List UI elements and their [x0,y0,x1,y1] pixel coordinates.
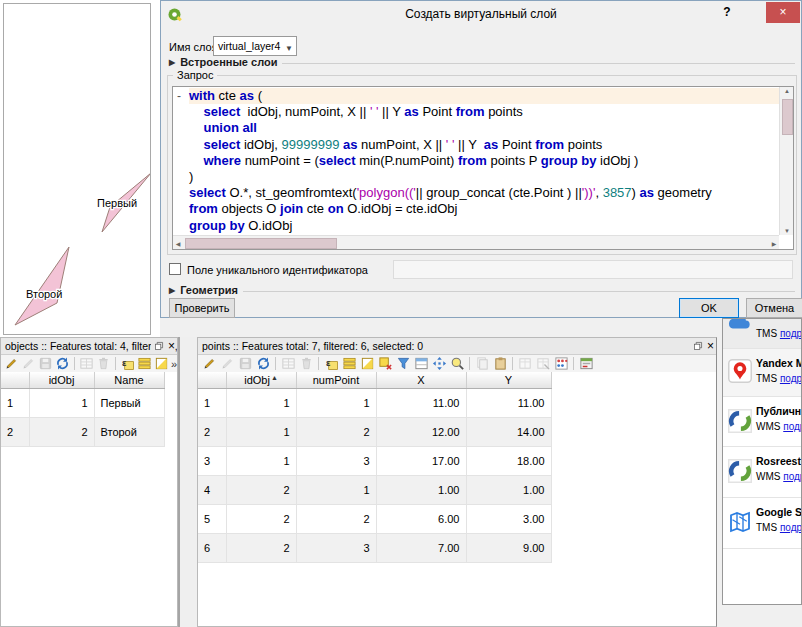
table-cell[interactable]: 14.00 [466,418,551,447]
details-link[interactable]: подробн [780,328,801,339]
table-cell[interactable]: 3 [296,447,376,476]
table-cell[interactable]: 3.00 [466,505,551,534]
table-cell[interactable]: 1.00 [376,476,466,505]
layer-name-combobox[interactable]: virtual_layer4 ▼ [213,36,297,56]
embedded-layers-section[interactable]: ▶ Встроенные слои [169,56,795,68]
multiedit-icon[interactable] [219,356,235,372]
close-icon[interactable]: × [168,339,175,353]
table-row[interactable]: 11111.0011.00 [198,389,551,418]
invert-selection-icon[interactable] [359,356,375,372]
select-all-icon[interactable] [137,356,152,372]
conditional-formatting-icon[interactable] [553,356,569,372]
fold-marker-icon[interactable]: - [177,88,181,104]
table-cell[interactable]: 11.00 [376,389,466,418]
table-cell[interactable]: 18.00 [466,447,551,476]
list-item[interactable]: TMS подробн [723,319,801,349]
table-cell[interactable]: 1 [226,418,296,447]
sql-line[interactable]: select idObj, 99999999 as numPoint, X ||… [189,137,779,153]
column-header-rownum[interactable] [1,372,29,389]
table-cell[interactable]: 17.00 [376,447,466,476]
reload-icon[interactable] [55,356,70,372]
map-canvas[interactable]: Первый Второй [3,3,151,335]
details-link[interactable]: подроб [783,421,801,432]
scroll-right-icon[interactable]: ▶ [770,240,778,247]
invert-selection-icon[interactable] [154,356,169,372]
sql-line[interactable]: union all [189,120,779,136]
delete-feature-icon[interactable] [298,356,314,372]
toggle-edit-icon[interactable] [4,356,19,372]
vertical-scrollbar[interactable]: ▲ ▼ [779,87,793,235]
table-cell[interactable]: 1 [296,389,376,418]
panel-splitter[interactable] [178,337,197,627]
table-cell[interactable]: 5 [198,505,226,534]
table-cell[interactable]: 11.00 [466,389,551,418]
details-link[interactable]: подробн [780,373,801,384]
table-row[interactable]: 21212.0014.00 [198,418,551,447]
deselect-all-icon[interactable] [377,356,393,372]
scroll-down-icon[interactable]: ▼ [780,228,794,234]
reload-icon[interactable] [255,356,271,372]
close-button[interactable]: × [766,2,800,23]
scrollbar-thumb[interactable] [782,99,793,135]
column-header-name[interactable]: Name [94,372,164,389]
help-button[interactable]: ? [715,2,739,23]
select-all-icon[interactable] [341,356,357,372]
scroll-up-icon[interactable]: ▲ [780,88,794,94]
details-link[interactable]: подробн [780,522,801,533]
unique-id-checkbox[interactable] [169,263,181,275]
table-cell[interactable]: 1 [29,389,94,418]
table-cell[interactable]: 4 [198,476,226,505]
table-cell[interactable]: 2 [296,418,376,447]
table-cell[interactable]: 2 [198,418,226,447]
table-row[interactable]: 22Второй [1,418,164,447]
sql-line[interactable]: select O.*, st_geomfromtext('polygon(('|… [189,185,779,201]
dialog-titlebar[interactable]: Создать виртуальный слой ? × [161,1,801,27]
check-button[interactable]: Проверить [169,298,235,318]
panel-titlebar[interactable]: objects :: Features total: 4, filtered: … [1,338,177,355]
column-header-x[interactable]: X [376,372,466,389]
sql-line[interactable]: ) [189,169,779,185]
ok-button[interactable]: OK [679,298,739,318]
table-row[interactable]: 5226.003.00 [198,505,551,534]
cancel-button[interactable]: Отмена [746,298,802,318]
expand-arrow-icon[interactable]: ▶ [169,286,175,295]
column-header-idobj[interactable]: idObj▲ [226,372,296,389]
column-header-rownum[interactable] [198,372,226,389]
select-by-expression-icon[interactable]: ε [323,356,339,372]
unique-id-input[interactable] [393,260,793,279]
dock-panel-icon[interactable] [578,356,594,372]
table-cell[interactable]: 2 [226,505,296,534]
table-row[interactable]: 4211.001.00 [198,476,551,505]
toolbar-overflow-icon[interactable]: » [171,358,177,370]
save-edits-icon[interactable] [237,356,253,372]
table-cell[interactable]: 1.00 [466,476,551,505]
save-edits-icon[interactable] [38,356,53,372]
copy-icon[interactable] [474,356,490,372]
multiedit-icon[interactable] [21,356,36,372]
sql-line[interactable]: from objects O join cte on O.idObj = cte… [189,201,779,217]
panel-titlebar[interactable]: points :: Features total: 7, filtered: 6… [198,338,716,355]
table-cell[interactable]: 12.00 [376,418,466,447]
sql-line[interactable]: select idObj, numPoint, X || ' ' || Y as… [189,104,779,120]
zoom-to-selection-icon[interactable] [449,356,465,372]
table-row[interactable]: 31317.0018.00 [198,447,551,476]
table-cell[interactable]: 2 [29,418,94,447]
move-selection-top-icon[interactable] [413,356,429,372]
table-cell[interactable]: 1 [226,447,296,476]
expand-arrow-icon[interactable]: ▶ [169,58,175,67]
float-icon[interactable] [693,341,703,351]
scroll-left-icon[interactable]: ◀ [174,240,182,247]
paste-icon[interactable] [492,356,508,372]
table-cell[interactable]: 2 [226,476,296,505]
filter-icon[interactable] [395,356,411,372]
table-cell[interactable]: Первый [94,389,164,418]
close-icon[interactable]: × [707,339,714,353]
table-row[interactable]: 6237.009.00 [198,534,551,563]
table-cell[interactable]: 6 [198,534,226,563]
table-cell[interactable]: 9.00 [466,534,551,563]
float-icon[interactable] [154,341,164,351]
sql-editor-lines[interactable]: -with cte as ( select idObj, numPoint, X… [173,88,779,235]
new-field-icon[interactable] [517,356,533,372]
list-item[interactable]: Rosreestr C WMS подроб [723,447,801,498]
column-header-y[interactable]: Y [466,372,551,389]
